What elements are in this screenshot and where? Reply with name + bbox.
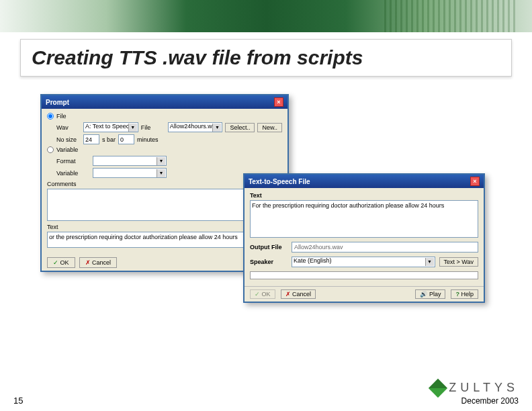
tts-text-area[interactable]: For the prescription requiring doctor au… [250, 200, 478, 238]
play-button[interactable]: Play [415, 289, 445, 299]
cancel-button[interactable]: Cancel [79, 257, 118, 268]
nosize-input2[interactable] [118, 134, 134, 144]
variable-radio[interactable] [47, 146, 54, 153]
output-file-label: Output File [250, 244, 287, 250]
format-label: Format [56, 158, 90, 165]
prompt-title: Prompt [46, 99, 69, 106]
nosize-input1[interactable] [83, 134, 99, 144]
output-file-input[interactable] [292, 242, 478, 253]
file-radio[interactable] [47, 113, 54, 120]
tts-title: Text-to-Speech File [249, 178, 310, 185]
speaker-select[interactable]: Kate (English) [292, 257, 435, 267]
progress-bar [250, 271, 478, 279]
select-button[interactable]: Select.. [225, 123, 255, 132]
close-icon[interactable]: × [274, 97, 283, 107]
tts-ok-button[interactable]: OK [250, 289, 275, 299]
file-select[interactable]: Allow24hours.wav [168, 122, 223, 132]
tts-text-label: Text [250, 192, 478, 199]
sbar-label: s bar [102, 136, 116, 143]
tts-dialog: Text-to-Speech File × Text For the presc… [243, 173, 485, 303]
slide-title: Creating TTS .wav file from scripts [32, 46, 500, 69]
variable-label: Variable [56, 170, 90, 177]
format-select[interactable] [93, 156, 167, 166]
close-icon[interactable]: × [470, 177, 480, 186]
slide-title-box: Creating TTS .wav file from scripts [20, 39, 512, 77]
nosize-label: No size [56, 136, 81, 143]
ok-button[interactable]: OK [47, 257, 75, 268]
tts-cancel-button[interactable]: Cancel [281, 289, 316, 299]
logo-text: ZULTYS [449, 381, 519, 395]
file-label: File [141, 124, 165, 131]
new-button[interactable]: New.. [257, 123, 282, 132]
help-button[interactable]: Help [451, 289, 478, 299]
wav-label: Wav [56, 124, 81, 131]
footer: 15 ZULTYS December 2003 [0, 381, 532, 406]
variable-radio-label: Variable [56, 146, 78, 153]
speaker-label: Speaker [250, 259, 287, 265]
variable-select[interactable] [93, 168, 167, 178]
logo: ZULTYS [431, 381, 519, 395]
logo-icon [429, 378, 447, 397]
minutes-label: minutes [137, 136, 159, 143]
prompt-titlebar: Prompt × [42, 95, 287, 109]
file-radio-label: File [56, 113, 66, 120]
footer-date: December 2003 [461, 396, 519, 406]
text-to-wav-button[interactable]: Text > Wav [439, 257, 478, 267]
top-banner [0, 0, 532, 32]
page-number: 15 [13, 396, 23, 406]
wav-select[interactable]: A: Text to Speec [83, 122, 138, 132]
tts-titlebar: Text-to-Speech File × [245, 175, 484, 188]
